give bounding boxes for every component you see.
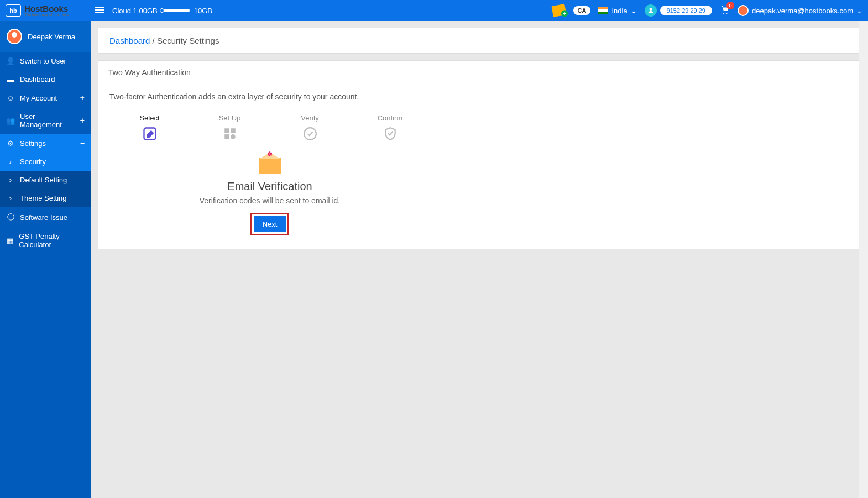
step-setup: Set Up xyxy=(190,114,270,143)
sidebar-item-label: User Management xyxy=(20,112,75,129)
svg-rect-7 xyxy=(224,134,229,139)
chevron-down-icon: ⌄ xyxy=(631,7,637,15)
sidebar-item-label: Software Issue xyxy=(20,213,67,222)
sidebar-item-label: Security xyxy=(20,158,46,166)
steps-row: Select Set Up Verify xyxy=(109,109,430,148)
shield-icon xyxy=(382,125,399,142)
check-circle-icon xyxy=(302,125,318,142)
svg-rect-5 xyxy=(224,128,229,133)
svg-point-3 xyxy=(649,8,652,11)
sidebar-item-dashboard[interactable]: ▬ Dashboard xyxy=(0,70,91,88)
svg-rect-0 xyxy=(95,7,104,8)
support-phone[interactable]: 9152 29 29 29 xyxy=(645,4,712,17)
sidebar-item-settings[interactable]: ⚙ Settings – xyxy=(0,134,91,153)
breadcrumb-current: Security Settings xyxy=(157,36,219,45)
tab-row: Two Way Authentication xyxy=(98,61,861,83)
sidebar-item-software-issue[interactable]: ⓘ Software Issue xyxy=(0,207,91,227)
step-verify: Verify xyxy=(270,114,350,143)
ca-badge[interactable]: CA xyxy=(573,6,591,15)
calculator-icon: ▦ xyxy=(7,237,13,245)
cloud-max-label: 10GB xyxy=(194,7,212,15)
sidebar-item-label: Settings xyxy=(20,139,46,148)
step-label: Select xyxy=(109,114,190,122)
envelope-icon xyxy=(259,158,281,174)
phone-number: 9152 29 29 29 xyxy=(660,6,712,15)
svg-point-9 xyxy=(304,128,316,140)
top-header: hb HostBooks The language of business Cl… xyxy=(0,0,868,21)
breadcrumb-link-dashboard[interactable]: Dashboard xyxy=(109,36,150,45)
email-verification-section: Email Verification Verification codes wi… xyxy=(98,148,441,249)
breadcrumb-separator: / xyxy=(153,36,157,45)
dashboard-icon: ▬ xyxy=(7,75,14,83)
next-button-highlight: Next xyxy=(250,213,290,235)
gear-icon: ⚙ xyxy=(7,139,14,148)
expand-icon: + xyxy=(80,116,85,125)
main-content: Dashboard / Security Settings Two Way Au… xyxy=(91,21,868,498)
support-avatar-icon xyxy=(645,4,657,17)
step-label: Confirm xyxy=(350,114,430,122)
sidebar-item-default-setting[interactable]: › Default Setting xyxy=(0,171,91,189)
sidebar-user-block[interactable]: Deepak Verma xyxy=(0,21,91,52)
logo-main-text: HostBooks xyxy=(24,4,69,13)
sidebar-item-my-account[interactable]: ☺ My Account + xyxy=(0,88,91,107)
chevron-down-icon: ⌄ xyxy=(856,7,862,15)
grid-icon xyxy=(222,125,238,142)
svg-rect-2 xyxy=(95,12,104,13)
users-icon: 👥 xyxy=(7,117,14,125)
svg-point-8 xyxy=(231,134,236,139)
step-label: Set Up xyxy=(190,114,270,122)
sidebar-item-gst-calculator[interactable]: ▦ GST Penalty Calculator xyxy=(0,227,91,254)
sidebar-item-label: My Account xyxy=(20,94,57,102)
user-icon: 👤 xyxy=(7,57,14,65)
user-name: Deepak Verma xyxy=(28,33,75,41)
sidebar-item-theme-setting[interactable]: › Theme Setting xyxy=(0,189,91,207)
step-select: Select xyxy=(109,114,190,143)
scrollbar[interactable] xyxy=(859,21,868,498)
cloud-storage-info: Cloud 1.00GB 10GB xyxy=(112,7,212,15)
logo-icon: hb xyxy=(6,4,21,17)
chevron-right-icon: › xyxy=(7,176,14,184)
step-label: Verify xyxy=(270,114,350,122)
expand-icon: + xyxy=(80,93,85,102)
logo-sub-text: The language of business xyxy=(24,13,69,17)
user-avatar-icon xyxy=(738,5,749,16)
cloud-progress-bar xyxy=(162,9,190,12)
sidebar-item-switch-user[interactable]: 👤 Switch to User xyxy=(0,52,91,70)
sidebar: Deepak Verma 👤 Switch to User ▬ Dashboar… xyxy=(0,21,91,498)
cart-count-badge: 0 xyxy=(726,2,734,9)
panel-description: Two-factor Authentication adds an extra … xyxy=(98,83,861,109)
user-email-label: deepak.verma@hostbooks.com xyxy=(752,7,853,15)
sidebar-item-label: Theme Setting xyxy=(20,194,67,202)
account-icon: ☺ xyxy=(7,94,14,102)
chevron-right-icon: › xyxy=(7,158,14,166)
next-button[interactable]: Next xyxy=(254,216,286,232)
logo[interactable]: hb HostBooks The language of business xyxy=(6,4,91,17)
hamburger-icon[interactable] xyxy=(95,5,104,17)
breadcrumb: Dashboard / Security Settings xyxy=(98,28,861,54)
edit-icon xyxy=(142,125,158,142)
security-panel: Two Way Authentication Two-factor Authen… xyxy=(98,60,861,249)
verify-title: Email Verification xyxy=(109,180,430,193)
sidebar-item-label: Dashboard xyxy=(20,75,55,83)
svg-rect-6 xyxy=(231,128,236,133)
chevron-right-icon: › xyxy=(7,194,14,202)
tickets-icon[interactable] xyxy=(551,4,566,17)
sidebar-item-security[interactable]: › Security xyxy=(0,153,91,171)
verify-description: Verification codes will be sent to email… xyxy=(109,196,430,205)
sidebar-item-user-management[interactable]: 👥 User Management + xyxy=(0,107,91,134)
tab-two-way-auth[interactable]: Two Way Authentication xyxy=(98,61,201,83)
country-selector[interactable]: India ⌄ xyxy=(598,7,636,15)
cloud-used-label: Cloud 1.00GB xyxy=(112,7,158,15)
avatar-icon xyxy=(7,29,22,44)
country-label: India xyxy=(611,7,627,15)
info-icon: ⓘ xyxy=(7,212,14,222)
flag-icon xyxy=(598,7,608,14)
svg-rect-1 xyxy=(95,9,104,10)
step-confirm: Confirm xyxy=(350,114,430,143)
sidebar-item-label: Switch to User xyxy=(20,57,66,65)
sidebar-item-label: Default Setting xyxy=(20,176,67,184)
user-menu[interactable]: deepak.verma@hostbooks.com ⌄ xyxy=(738,5,862,16)
cart-icon[interactable]: 0 xyxy=(720,5,730,17)
collapse-icon: – xyxy=(80,139,85,148)
sidebar-item-label: GST Penalty Calculator xyxy=(19,232,85,249)
